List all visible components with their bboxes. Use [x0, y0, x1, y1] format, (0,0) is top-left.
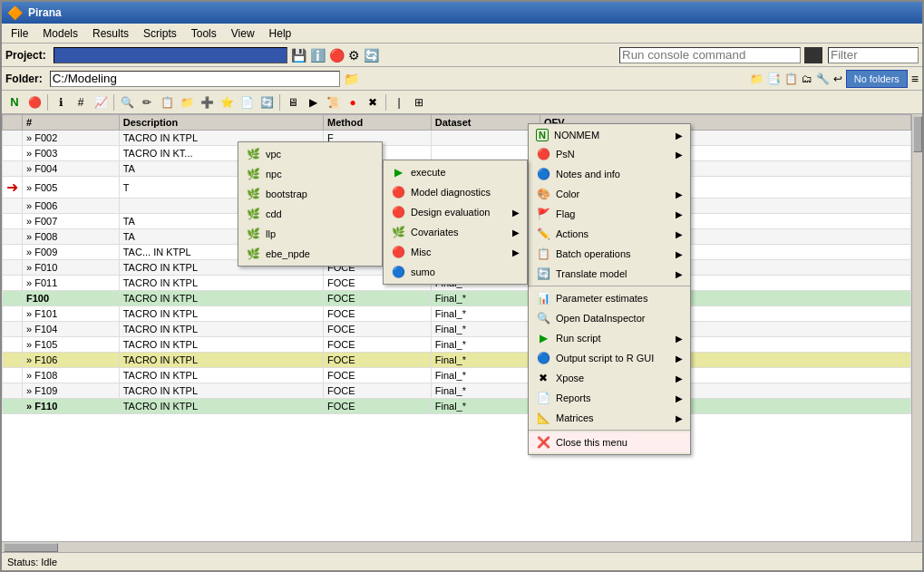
toolbar-icon-run[interactable]: ▶ [304, 93, 322, 111]
toolbar-icon-doc[interactable]: 📄 [238, 93, 256, 111]
toolbar-icon-red[interactable]: ● [344, 93, 362, 111]
llp-label: llp [266, 228, 276, 239]
menu-flag[interactable]: 🚩 Flag ▶ [529, 204, 690, 224]
filter-input[interactable] [828, 47, 919, 63]
row-id: » F110 [23, 399, 120, 414]
panel-icon[interactable]: ≡ [911, 72, 919, 86]
no-folders-button[interactable]: No folders [846, 70, 908, 88]
menu-nonmem[interactable]: N NONMEM ▶ [529, 126, 690, 144]
psn-icon: 🔴 [536, 147, 550, 161]
toolbar-icon-search[interactable]: 🔍 [118, 93, 136, 111]
menu-results[interactable]: Results [87, 26, 134, 41]
menu-scripts[interactable]: Scripts [138, 26, 182, 41]
design-eval-arrow: ▶ [512, 208, 520, 218]
folder-icon2[interactable]: 📑 [767, 73, 781, 85]
psn-arrow: ▶ [676, 150, 683, 160]
toolbar-icon-info[interactable]: ℹ [52, 93, 70, 111]
app-icon: 🔶 [7, 5, 23, 20]
project-icon-info[interactable]: ℹ️ [310, 48, 326, 63]
project-toolbar: Project: 💾 ℹ️ 🔴 ⚙ 🔄 [2, 44, 922, 67]
arrow-cell [3, 291, 23, 306]
cdd-label: cdd [266, 208, 282, 219]
menu-psn[interactable]: 🔴 PsN ▶ [529, 144, 690, 164]
toolbar-icon-grid[interactable]: # [72, 93, 90, 111]
toolbar-icon-chart[interactable]: 📈 [92, 93, 110, 111]
project-input[interactable] [53, 47, 288, 63]
arrow-cell [3, 161, 23, 177]
toolbar-icon-add[interactable]: ➕ [198, 93, 216, 111]
toolbar-icon-n[interactable]: N [5, 93, 24, 111]
menu-misc[interactable]: 🔴 Misc ▶ [384, 242, 527, 262]
toolbar-icon-script[interactable]: 📜 [324, 93, 342, 111]
menu-cdd[interactable]: 🌿 cdd [238, 204, 382, 224]
menu-reports[interactable]: 📄 Reports ▶ [529, 388, 690, 408]
arrow-cell [3, 260, 23, 276]
psn-label: PsN [556, 149, 575, 160]
row-id: » F011 [23, 276, 120, 291]
project-icon-refresh[interactable]: 🔄 [364, 48, 379, 63]
menu-bootstrap[interactable]: 🌿 bootstrap [238, 184, 382, 204]
menu-ebe-npde[interactable]: 🌿 ebe_npde [238, 244, 382, 264]
covariates-icon: 🌿 [391, 225, 405, 239]
horizontal-scrollbar[interactable] [2, 541, 922, 552]
folder-icon1[interactable]: 📁 [750, 73, 764, 85]
project-icon-save[interactable]: 💾 [291, 48, 306, 63]
menu-llp[interactable]: 🌿 llp [238, 224, 382, 244]
col-header-id[interactable]: # [23, 115, 120, 131]
toolbar-icon-window[interactable]: 🖥 [284, 93, 302, 111]
toolbar-icon-refresh2[interactable]: 🔄 [258, 93, 276, 111]
menu-translate[interactable]: 🔄 Translate model ▶ [529, 264, 690, 284]
menu-data-inspector[interactable]: 🔍 Open DataInspector [529, 308, 690, 328]
toolbar-icon-psn[interactable]: 🔴 [25, 93, 44, 111]
toolbar-icon-folder2[interactable]: 📁 [178, 93, 196, 111]
param-label: Parameter estimates [556, 293, 647, 304]
menu-matrices[interactable]: 📐 Matrices ▶ [529, 408, 690, 428]
toolbar-icon-edit[interactable]: ✏ [138, 93, 156, 111]
folder-icon4[interactable]: 🗂 [802, 73, 812, 85]
menu-notes-info[interactable]: 🔵 Notes and info [529, 164, 690, 184]
folder-icon3[interactable]: 📋 [784, 73, 798, 85]
separator-2 [529, 430, 690, 431]
nonmem-submenu: ▶ execute 🔴 Model diagnostics 🔴 Design e… [383, 160, 528, 285]
menu-run-script[interactable]: ▶ Run script ▶ [529, 328, 690, 348]
toolbar-icon-panel[interactable]: ⊞ [410, 93, 428, 111]
row-id: » F004 [23, 161, 120, 177]
toolbar-icon-split[interactable]: | [390, 93, 408, 111]
menu-execute[interactable]: ▶ execute [384, 162, 527, 182]
menu-tools[interactable]: Tools [186, 26, 222, 41]
menu-vpc[interactable]: 🌿 vpc [238, 144, 382, 164]
color-icon: 🎨 [536, 187, 550, 201]
hscroll-thumb[interactable] [4, 543, 58, 552]
menu-model-diagnostics[interactable]: 🔴 Model diagnostics [384, 182, 527, 202]
status-bar: Status: Idle [2, 552, 922, 570]
menu-npc[interactable]: 🌿 npc [238, 164, 382, 184]
toolbar-icon-x[interactable]: ✖ [364, 93, 382, 111]
menu-param-estimates[interactable]: 📊 Parameter estimates [529, 288, 690, 308]
menu-covariates[interactable]: 🌿 Covariates ▶ [384, 222, 527, 242]
toolbar-icon-star[interactable]: ⭐ [218, 93, 236, 111]
run-console-input[interactable] [619, 47, 801, 63]
menu-actions[interactable]: ✏️ Actions ▶ [529, 224, 690, 244]
project-icon-stop[interactable]: 🔴 [329, 48, 345, 63]
menu-sumo[interactable]: 🔵 sumo [384, 262, 527, 282]
menu-close[interactable]: ❌ Close this menu [529, 432, 690, 452]
menu-models[interactable]: Models [37, 26, 83, 41]
menu-xpose[interactable]: ✖ Xpose ▶ [529, 368, 690, 388]
menu-output-r[interactable]: 🔵 Output script to R GUI ▶ [529, 348, 690, 368]
menu-help[interactable]: Help [264, 26, 297, 41]
folder-icon6[interactable]: ↩ [833, 73, 842, 85]
folder-icon5[interactable]: 🔧 [816, 73, 830, 85]
toolbar-icon-copy[interactable]: 📋 [158, 93, 176, 111]
menu-design-evaluation[interactable]: 🔴 Design evaluation ▶ [384, 202, 527, 222]
run-console-icon[interactable] [804, 47, 822, 63]
vertical-scrollbar[interactable] [911, 114, 922, 541]
folder-browse-icon[interactable]: 📁 [344, 72, 359, 86]
menu-file[interactable]: File [5, 26, 34, 41]
menu-view[interactable]: View [226, 26, 260, 41]
scrollbar-thumb[interactable] [913, 116, 922, 152]
folder-input[interactable] [50, 71, 340, 87]
project-icon-gear[interactable]: ⚙ [348, 48, 360, 63]
row-id: » F002 [23, 131, 120, 146]
menu-color[interactable]: 🎨 Color ▶ [529, 184, 690, 204]
menu-batch-operations[interactable]: 📋 Batch operations ▶ [529, 244, 690, 264]
